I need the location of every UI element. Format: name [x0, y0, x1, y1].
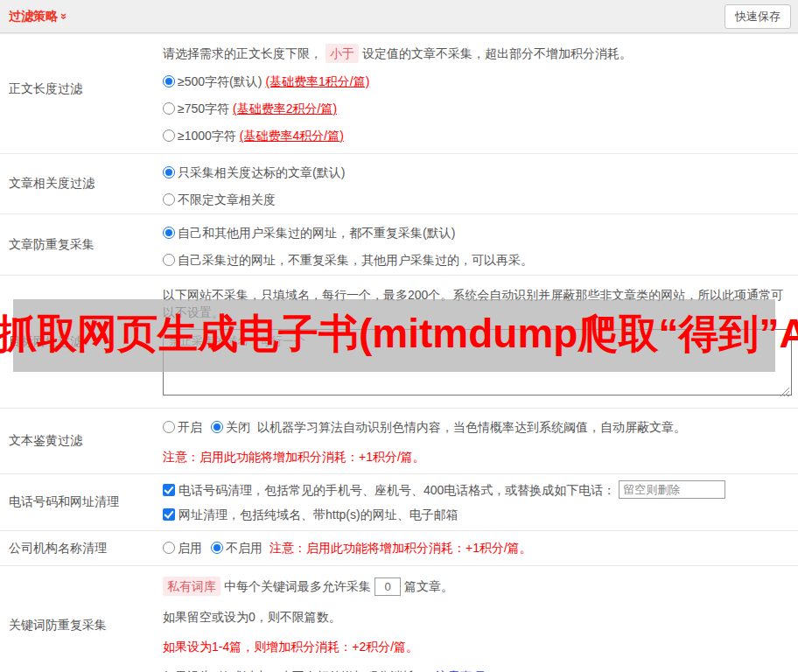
private-thesaurus-link[interactable]: 私有词库 [163, 577, 220, 596]
chevron-double-down-icon: » [59, 13, 70, 19]
page-title[interactable]: 过滤策略 » [9, 9, 67, 24]
quick-save-button[interactable]: 快速保存 [724, 4, 791, 29]
row-label-phone-url-clean: 电话号码和网址清理 [0, 474, 163, 530]
url-clean-option: 网址清理，包括纯域名、带http(s)的网址、电子邮箱 [163, 506, 791, 523]
row-dedupe-collection: 文章防重复采集 自己和其他用户采集过的网址，都不重复采集(默认) 自己采集过的网… [0, 214, 798, 275]
fee-note: (基础费率1积分/篇) [265, 73, 369, 90]
row-company-clean: 公司机构名称清理 启用 不启用 注意：启用此功能将增加积分消耗：+1积分/篇。 [0, 530, 798, 565]
overlay-article-title: 抓取网页生成电子书(mitmdump爬取“得到”A [0, 310, 798, 357]
company-clean-on-label[interactable]: 启用 [178, 539, 202, 556]
radio-checked-icon[interactable] [163, 75, 175, 88]
keyword-limit-note-5plus: 如果设为5篇或以上，也不会额外增加积分消耗。 注意事项 » [163, 668, 791, 672]
top-bar: 过滤策略 » 快速保存 [0, 0, 798, 33]
phone-clean-option: 电话号码清理，包括常见的手机号、座机号、400电话格式，或替换成如下电话： [163, 480, 791, 499]
body-length-option-500[interactable]: ≥500字符(默认) (基础费率1积分/篇) [163, 73, 791, 90]
porn-filter-options: 开启 关闭 以机器学习算法自动识别色情内容，当色情概率达到系统阈值，自动屏蔽文章… [163, 418, 791, 436]
checkbox-checked-icon[interactable] [163, 484, 175, 496]
keyword-limit-note-zero: 如果留空或设为0，则不限篇数。 [163, 608, 791, 626]
row-keyword-dedupe: 关键词防重复采集 私有词库 中每个关键词最多允许采集 篇文章。 如果留空或设为0… [0, 565, 798, 672]
radio-unchecked-icon[interactable] [163, 193, 175, 206]
body-length-option-750[interactable]: ≥750字符 (基础费率2积分/篇) [163, 100, 791, 117]
relevance-option-default[interactable]: 只采集相关度达标的文章(默认) [163, 164, 791, 181]
row-porn-filter: 文本鉴黄过滤 开启 关闭 以机器学习算法自动识别色情内容，当色情概率达到系统阈值… [0, 408, 798, 473]
row-label-keyword-dedupe: 关键词防重复采集 [0, 566, 163, 672]
notes-link[interactable]: 注意事项 [436, 668, 485, 672]
row-label-relevance: 文章相关度过滤 [0, 154, 163, 214]
fee-note: (基础费率4积分/篇) [240, 127, 344, 144]
keyword-limit-note-1-4: 如果设为1-4篇，则增加积分消耗：+2积分/篇。 [163, 638, 791, 655]
radio-unchecked-icon[interactable] [163, 421, 175, 433]
dedupe-option-self-only[interactable]: 自己采集过的网址，不重复采集，其他用户采集过的，可以再采。 [163, 251, 791, 269]
fee-note: (基础费率2积分/篇) [233, 100, 337, 117]
radio-unchecked-icon[interactable] [163, 254, 175, 266]
company-clean-off-label[interactable]: 不启用 [226, 539, 262, 556]
replacement-phone-input[interactable] [619, 480, 725, 499]
less-than-highlight: 小于 [326, 44, 359, 63]
porn-filter-on-label[interactable]: 开启 [178, 418, 202, 436]
radio-unchecked-icon[interactable] [163, 542, 175, 554]
company-clean-cost-note: 注意：启用此功能将增加积分消耗：+1积分/篇。 [270, 539, 532, 556]
porn-filter-off-label[interactable]: 关闭 [226, 418, 250, 436]
keyword-limit-line: 私有词库 中每个关键词最多允许采集 篇文章。 [163, 577, 791, 596]
row-body-length-filter: 正文长度过滤 请选择需求的正文长度下限， 小于 设定值的文章不采集，超出部分不增… [0, 33, 798, 153]
url-clean-label[interactable]: 网址清理，包括纯域名、带http(s)的网址、电子邮箱 [178, 506, 458, 523]
row-relevance-filter: 文章相关度过滤 只采集相关度达标的文章(默认) 不限定文章相关度 [0, 153, 798, 214]
body-length-option-1000[interactable]: ≥1000字符 (基础费率4积分/篇) [163, 127, 791, 144]
porn-filter-description: 以机器学习算法自动识别色情内容，当色情概率达到系统阈值，自动屏蔽文章。 [257, 418, 686, 436]
row-label-porn-filter: 文本鉴黄过滤 [0, 409, 163, 473]
row-phone-url-clean: 电话号码和网址清理 电话号码清理，包括常见的手机号、座机号、400电话格式，或替… [0, 473, 798, 530]
keyword-limit-input[interactable] [374, 578, 401, 596]
radio-unchecked-icon[interactable] [163, 102, 175, 115]
checkbox-checked-icon[interactable] [163, 508, 175, 521]
row-label-dedupe: 文章防重复采集 [0, 214, 163, 275]
radio-checked-icon[interactable] [211, 542, 223, 554]
radio-checked-icon[interactable] [163, 166, 175, 178]
body-length-description: 请选择需求的正文长度下限， 小于 设定值的文章不采集，超出部分不增加积分消耗。 [163, 44, 791, 63]
radio-checked-icon[interactable] [163, 227, 175, 239]
filter-settings-page: 过滤策略 » 快速保存 正文长度过滤 请选择需求的正文长度下限， 小于 设定值的… [0, 0, 798, 672]
page-title-text: 过滤策略 [9, 9, 58, 24]
radio-checked-icon[interactable] [211, 421, 223, 433]
row-label-company-clean: 公司机构名称清理 [0, 531, 163, 565]
phone-clean-label[interactable]: 电话号码清理，包括常见的手机号、座机号、400电话格式，或替换成如下电话： [178, 481, 615, 499]
dedupe-option-all-users[interactable]: 自己和其他用户采集过的网址，都不重复采集(默认) [163, 224, 791, 242]
row-label-body-length: 正文长度过滤 [0, 34, 163, 144]
porn-filter-cost-note: 注意：启用此功能将增加积分消耗：+1积分/篇。 [163, 448, 791, 466]
radio-unchecked-icon[interactable] [163, 130, 175, 142]
relevance-option-unlimited[interactable]: 不限定文章相关度 [163, 191, 791, 208]
company-clean-options: 启用 不启用 注意：启用此功能将增加积分消耗：+1积分/篇。 [163, 539, 791, 556]
